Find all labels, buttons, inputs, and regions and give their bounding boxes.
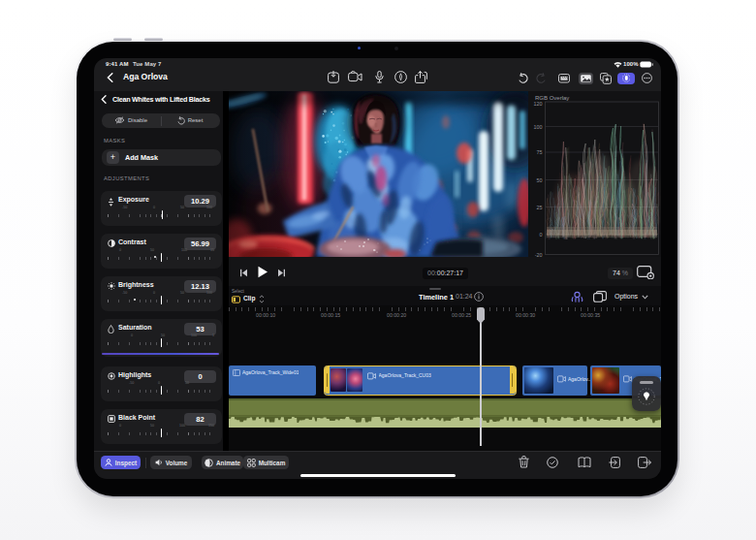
svg-text:75: 75 (537, 149, 543, 155)
svg-text:0: 0 (540, 232, 543, 238)
svg-text:120: 120 (534, 101, 543, 107)
svg-text:50: 50 (537, 177, 543, 183)
svg-text:25: 25 (537, 205, 543, 210)
svg-text:100: 100 (534, 124, 543, 130)
svg-text:RGB Overlay: RGB Overlay (535, 95, 569, 101)
